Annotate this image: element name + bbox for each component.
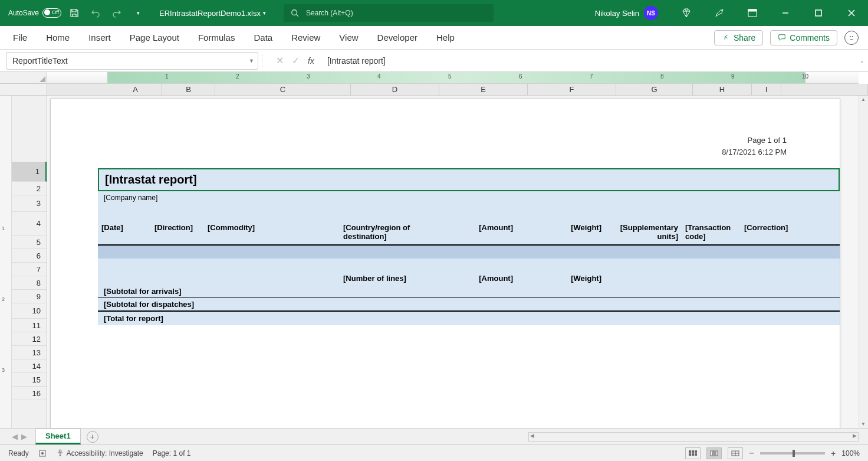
vertical-ruler: 1 2 3 (0, 96, 12, 428)
select-all-corner[interactable] (0, 72, 47, 84)
tab-formulas[interactable]: Formulas (196, 30, 238, 45)
view-page-layout-icon[interactable] (706, 447, 722, 459)
row-headers[interactable]: 1 2 3 4 5 6 7 8 9 10 11 12 13 14 15 16 (12, 96, 47, 428)
total-row[interactable]: [Total for report] (98, 310, 840, 325)
svg-rect-11 (695, 450, 697, 453)
name-box[interactable]: ReportTitleText ▼ (6, 52, 258, 70)
feedback-icon[interactable] (844, 31, 859, 45)
close-button[interactable] (835, 0, 868, 26)
subtotal-dispatches[interactable]: [Subtotal for dispatches] (98, 297, 840, 310)
svg-rect-2 (748, 9, 757, 11)
comments-button[interactable]: Comments (770, 30, 837, 45)
search-box[interactable]: Search (Alt+Q) (284, 4, 494, 22)
expand-formula-icon[interactable]: ⌄ (856, 58, 868, 64)
svg-rect-16 (712, 451, 716, 456)
tab-home[interactable]: Home (44, 30, 72, 45)
svg-point-5 (852, 36, 853, 37)
zoom-in-button[interactable]: + (831, 449, 836, 458)
search-icon (291, 9, 299, 17)
tab-developer[interactable]: Developer (375, 30, 420, 45)
document-title[interactable]: ERIntrastatReportDemo1.xlsx▾ (159, 9, 266, 18)
ribbon-display-icon[interactable] (736, 0, 769, 26)
fx-icon[interactable]: fx (308, 56, 314, 66)
svg-rect-10 (692, 450, 694, 453)
svg-rect-3 (816, 10, 821, 16)
view-page-break-icon[interactable] (728, 447, 743, 459)
formula-bar: ReportTitleText ▼ ✕ ✓ fx [Intrastat repo… (0, 50, 868, 72)
accessibility-icon (56, 449, 64, 457)
company-cell[interactable]: [Company name] (98, 191, 840, 204)
minimize-button[interactable] (769, 0, 802, 26)
svg-point-4 (850, 36, 851, 37)
tab-nav-next[interactable]: ▶ (21, 432, 27, 441)
zoom-level[interactable]: 100% (841, 449, 860, 457)
accessibility-status[interactable]: Accessibility: Investigate (56, 449, 143, 457)
summary-header-row: [Number of lines] [Amount] [Weight] (98, 272, 840, 285)
page-timestamp: 8/17/2021 6:12 PM (51, 146, 787, 158)
page-status: Page: 1 of 1 (153, 449, 191, 457)
undo-icon[interactable] (87, 5, 104, 21)
search-placeholder: Search (Alt+Q) (306, 9, 353, 17)
page-canvas[interactable]: Page 1 of 1 8/17/2021 6:12 PM [Intrastat… (47, 96, 859, 428)
horizontal-ruler: 1 2 3 4 5 6 7 8 9 10 (47, 72, 859, 84)
avatar: NS (644, 6, 658, 20)
title-bar: AutoSave Off ▾ ERIntrastatReportDemo1.xl… (0, 0, 868, 26)
svg-point-8 (59, 450, 61, 452)
diamond-icon[interactable] (670, 0, 703, 26)
tab-page-layout[interactable]: Page Layout (127, 30, 182, 45)
tab-file[interactable]: File (11, 30, 29, 45)
zoom-slider[interactable] (760, 452, 825, 455)
tab-help[interactable]: Help (434, 30, 457, 45)
svg-rect-12 (689, 453, 691, 456)
page-number: Page 1 of 1 (51, 135, 787, 146)
enter-icon: ✓ (292, 55, 300, 66)
comment-icon (778, 34, 786, 42)
cancel-icon: ✕ (276, 55, 284, 66)
coming-soon-icon[interactable] (703, 0, 736, 26)
column-headers[interactable]: A B C D E F G H I (0, 84, 868, 96)
share-button[interactable]: Share (714, 30, 763, 45)
account-button[interactable]: Nikolay Selin NS (595, 6, 658, 20)
sheet-tab-sheet1[interactable]: Sheet1 (35, 429, 81, 444)
tab-insert[interactable]: Insert (86, 30, 113, 45)
tab-nav-prev[interactable]: ◀ (12, 432, 18, 441)
report-title-cell[interactable]: [Intrastat report] (98, 168, 840, 191)
autosave-label: AutoSave (8, 9, 39, 17)
page-preview: Page 1 of 1 8/17/2021 6:12 PM [Intrastat… (50, 99, 840, 428)
svg-rect-9 (689, 450, 691, 453)
new-sheet-button[interactable]: + (87, 431, 98, 443)
maximize-button[interactable] (802, 0, 835, 26)
save-icon[interactable] (66, 5, 83, 21)
status-bar: Ready Accessibility: Investigate Page: 1… (0, 444, 868, 461)
horizontal-scrollbar[interactable] (528, 432, 859, 442)
vertical-scrollbar[interactable] (859, 96, 868, 428)
data-band (98, 246, 840, 259)
qat-dropdown-icon[interactable]: ▾ (130, 5, 146, 21)
svg-rect-14 (695, 453, 697, 456)
tab-view[interactable]: View (337, 30, 360, 45)
redo-icon[interactable] (108, 5, 125, 21)
sheet-tab-bar: ◀▶ Sheet1 + (0, 428, 868, 444)
svg-point-7 (41, 452, 44, 455)
zoom-out-button[interactable]: − (749, 448, 754, 459)
ribbon-tabs: File Home Insert Page Layout Formulas Da… (0, 26, 868, 50)
status-ready: Ready (8, 449, 29, 457)
view-normal-icon[interactable] (685, 447, 701, 459)
column-header-row: [Date] [Direction] [Commodity] [Country/… (98, 220, 840, 246)
svg-rect-13 (692, 453, 694, 456)
chevron-down-icon[interactable]: ▼ (249, 58, 254, 64)
formula-input[interactable]: [Intrastat report] (319, 52, 856, 70)
macro-record-icon[interactable] (38, 449, 47, 457)
worksheet-area: 1 2 3 4 5 6 7 8 9 10 A B C D E F G H I 1… (0, 72, 868, 428)
tab-data[interactable]: Data (251, 30, 275, 45)
subtotal-arrivals[interactable]: [Subtotal for arrivals] (98, 285, 840, 297)
share-icon (722, 34, 730, 42)
tab-review[interactable]: Review (289, 30, 323, 45)
autosave-toggle[interactable]: AutoSave Off (8, 8, 61, 18)
svg-point-0 (292, 10, 297, 15)
toggle-switch[interactable]: Off (42, 8, 61, 18)
